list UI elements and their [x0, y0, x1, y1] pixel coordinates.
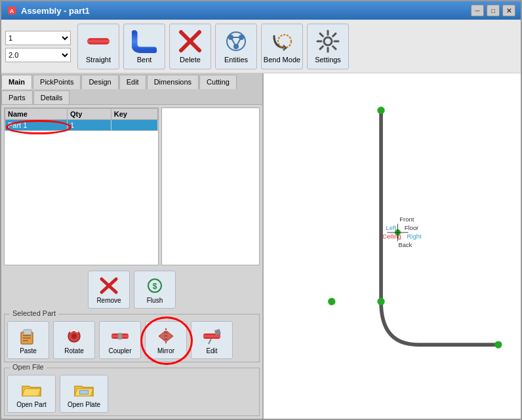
open-plate-label: Open Plate — [68, 401, 100, 408]
toolbar-dropdowns: 1 2 2.0 1.5 — [5, 31, 71, 62]
open-plate-button[interactable]: Open Plate — [60, 375, 108, 413]
mirror-button[interactable]: Mirror — [145, 321, 187, 359]
remove-button[interactable]: Remove — [88, 271, 130, 309]
bent-button[interactable]: Bent — [123, 24, 165, 69]
svg-rect-19 — [24, 330, 31, 335]
entities-button[interactable]: Entities — [215, 24, 257, 69]
app-icon: A — [7, 5, 17, 16]
svg-line-31 — [209, 339, 211, 344]
delete-label: Delete — [180, 56, 201, 64]
preview-area — [161, 107, 260, 265]
open-file-section: Open File Open Part — [4, 368, 260, 416]
rotate-label: Rotate — [64, 347, 83, 354]
svg-line-11 — [236, 37, 241, 47]
row-qty: 1 — [68, 120, 111, 131]
selected-part-title: Selected Part — [10, 309, 58, 317]
paste-label: Paste — [20, 347, 37, 354]
svg-point-33 — [377, 107, 384, 114]
straight-button[interactable]: Straight — [77, 24, 119, 69]
edit-part-label: Edit — [206, 347, 217, 354]
open-part-icon — [21, 380, 42, 400]
svg-text:Front: Front — [399, 216, 414, 223]
rotate-button[interactable]: Rotate — [53, 321, 95, 359]
viewport: Front Left Floor Ceiling Back Right — [264, 73, 521, 419]
bent-label: Bent — [137, 56, 152, 64]
svg-point-36 — [328, 298, 335, 305]
coupler-icon — [110, 326, 130, 346]
straight-label: Straight — [86, 56, 111, 64]
open-plate-icon — [73, 380, 94, 400]
svg-text:Left: Left — [386, 224, 397, 231]
tab-main[interactable]: Main — [1, 75, 32, 89]
straight-icon — [86, 29, 111, 54]
title-bar: A Assembly - part1 ─ □ ✕ — [1, 1, 521, 20]
title-bar-controls: ─ □ ✕ — [471, 5, 515, 16]
remove-icon — [98, 276, 119, 296]
tab-cutting[interactable]: Cutting — [199, 75, 237, 89]
mirror-label: Mirror — [157, 347, 174, 354]
settings-icon — [315, 29, 340, 54]
coupler-button[interactable]: Coupler — [99, 321, 141, 359]
coupler-label: Coupler — [108, 347, 131, 354]
main-window: A Assembly - part1 ─ □ ✕ 1 2 2.0 1.5 — [0, 0, 522, 420]
svg-rect-20 — [23, 335, 31, 336]
table-row[interactable]: Part 1 1 — [5, 120, 158, 131]
close-button[interactable]: ✕ — [502, 5, 515, 16]
svg-text:Floor: Floor — [405, 224, 418, 231]
selected-part-section: Selected Part P — [4, 314, 260, 362]
parts-table: Name Qty Key Part 1 1 — [4, 107, 159, 265]
settings-button[interactable]: Settings — [307, 24, 349, 69]
bend-mode-button[interactable]: Bend Mode — [261, 24, 303, 69]
remove-label: Remove — [96, 297, 121, 304]
bend-mode-icon — [270, 29, 294, 54]
settings-label: Settings — [315, 56, 341, 64]
toolbar: 1 2 2.0 1.5 — [1, 20, 521, 73]
open-file-title: Open File — [10, 363, 47, 371]
tab-design[interactable]: Design — [81, 75, 118, 89]
tab-dimensions[interactable]: Dimensions — [147, 75, 199, 89]
mirror-icon — [155, 326, 176, 346]
svg-rect-22 — [23, 340, 28, 341]
bent-icon — [132, 29, 157, 54]
paste-button[interactable]: Paste — [7, 321, 49, 359]
rotate-icon — [64, 326, 85, 346]
delete-icon — [178, 29, 203, 54]
svg-line-10 — [231, 37, 236, 47]
flush-button[interactable]: $ Flush — [134, 271, 176, 309]
bend-mode-label: Bend Mode — [264, 56, 300, 64]
action-buttons-row: Remove $ Flush — [1, 268, 262, 311]
edit-icon — [201, 326, 222, 346]
row-name: Part 1 — [5, 120, 68, 131]
tab-pickpoints[interactable]: PickPoints — [33, 75, 81, 89]
entities-label: Entities — [224, 56, 248, 64]
parts-data-table: Name Qty Key Part 1 1 — [5, 108, 158, 131]
svg-rect-27 — [118, 333, 122, 339]
col-qty: Qty — [68, 109, 111, 120]
main-content: Main PickPoints Design Edit Dimensions C… — [1, 73, 521, 419]
svg-rect-21 — [23, 337, 31, 339]
svg-rect-2 — [87, 38, 110, 45]
maximize-button[interactable]: □ — [487, 5, 500, 16]
tabs-row: Main PickPoints Design Edit Dimensions C… — [1, 73, 262, 105]
tab-details[interactable]: Details — [33, 90, 70, 104]
svg-point-24 — [71, 334, 77, 339]
open-file-buttons: Open Part Open Plate — [7, 372, 256, 413]
dropdown-1[interactable]: 1 2 — [5, 31, 71, 45]
edit-button[interactable]: Edit — [191, 321, 233, 359]
title-left: A Assembly - part1 — [7, 5, 90, 16]
flush-icon: $ — [144, 276, 165, 296]
table-area: Name Qty Key Part 1 1 — [1, 105, 262, 268]
svg-rect-32 — [79, 390, 88, 394]
svg-point-34 — [377, 298, 384, 305]
open-part-label: Open Part — [16, 401, 47, 408]
dropdown-2[interactable]: 2.0 1.5 — [5, 48, 71, 62]
selected-part-buttons: Paste Rotate — [7, 318, 256, 359]
open-part-button[interactable]: Open Part — [7, 375, 56, 413]
minimize-button[interactable]: ─ — [471, 5, 484, 16]
tab-parts[interactable]: Parts — [1, 90, 33, 104]
tab-edit[interactable]: Edit — [119, 75, 146, 89]
svg-point-35 — [494, 341, 502, 348]
delete-button[interactable]: Delete — [169, 24, 211, 69]
window-title: Assembly - part1 — [21, 6, 90, 16]
col-key: Key — [111, 109, 157, 120]
